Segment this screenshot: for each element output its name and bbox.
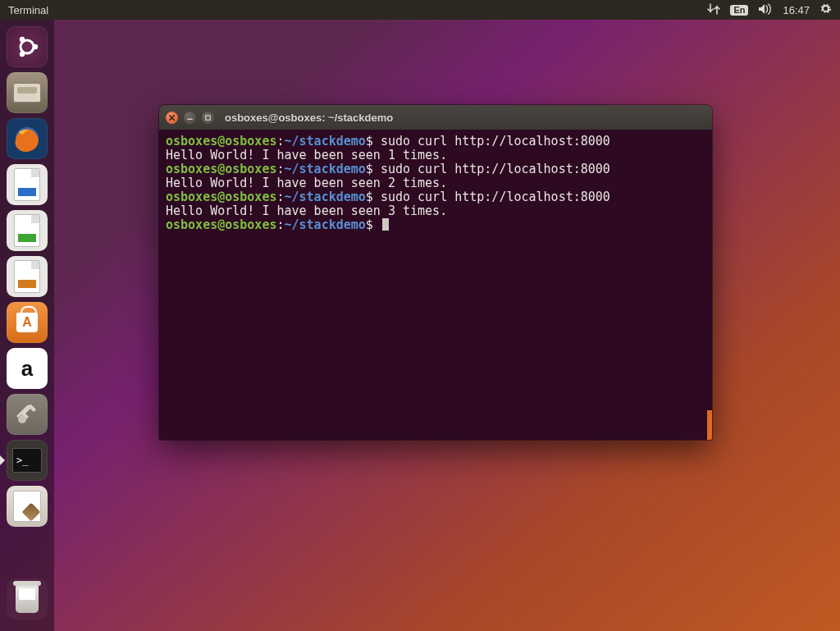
terminal-output-line: Hello World! I have been seen 3 times.: [166, 204, 705, 218]
terminal-prompt-line: osboxes@osboxes:~/stackdemo$ sudo curl h…: [166, 190, 705, 204]
svg-rect-6: [206, 115, 210, 119]
svg-point-2: [20, 37, 25, 42]
terminal-window: osboxes@osboxes: ~/stackdemo osboxes@osb…: [159, 105, 712, 440]
launcher-text-editor[interactable]: [7, 486, 48, 527]
svg-point-3: [20, 52, 25, 57]
launcher-ubuntu-software[interactable]: [7, 302, 48, 343]
resize-handle-icon[interactable]: [707, 410, 712, 440]
launcher-files[interactable]: [7, 72, 48, 113]
terminal-output-line: Hello World! I have been seen 2 times.: [166, 176, 705, 190]
window-close-button[interactable]: [166, 112, 178, 124]
top-menubar: Terminal En 16:47: [0, 0, 840, 20]
keyboard-layout-indicator[interactable]: En: [730, 5, 748, 16]
clock[interactable]: 16:47: [783, 4, 810, 16]
terminal-prompt-line: osboxes@osboxes:~/stackdemo$: [166, 218, 705, 232]
sound-icon[interactable]: [758, 3, 773, 17]
network-icon[interactable]: [707, 3, 720, 17]
terminal-prompt-line: osboxes@osboxes:~/stackdemo$ sudo curl h…: [166, 135, 705, 149]
terminal-cursor: [382, 218, 389, 231]
launcher-libreoffice-writer[interactable]: [7, 164, 48, 205]
launcher-libreoffice-calc[interactable]: [7, 210, 48, 251]
launcher-ubuntu-dash[interactable]: [7, 26, 48, 67]
launcher-trash[interactable]: [7, 578, 48, 620]
window-title: osboxes@osboxes: ~/stackdemo: [225, 112, 393, 124]
window-maximize-button[interactable]: [202, 112, 214, 124]
gear-icon[interactable]: [819, 2, 832, 17]
window-titlebar[interactable]: osboxes@osboxes: ~/stackdemo: [159, 105, 712, 130]
terminal-output-line: Hello World! I have been seen 1 times.: [166, 149, 705, 162]
launcher-system-settings[interactable]: [7, 394, 48, 435]
launcher-libreoffice-impress[interactable]: [7, 256, 48, 297]
svg-point-0: [21, 40, 34, 53]
unity-launcher: a >_: [0, 20, 54, 631]
window-minimize-button[interactable]: [184, 112, 196, 124]
terminal-prompt-line: osboxes@osboxes:~/stackdemo$ sudo curl h…: [166, 162, 705, 176]
menubar-app-title: Terminal: [8, 4, 48, 16]
svg-point-5: [18, 415, 26, 423]
system-tray: En 16:47: [707, 2, 840, 17]
launcher-firefox[interactable]: [7, 118, 48, 159]
launcher-terminal[interactable]: >_: [7, 440, 48, 481]
svg-point-1: [33, 44, 38, 49]
terminal-body[interactable]: osboxes@osboxes:~/stackdemo$ sudo curl h…: [159, 130, 712, 440]
launcher-amazon[interactable]: a: [7, 348, 48, 389]
